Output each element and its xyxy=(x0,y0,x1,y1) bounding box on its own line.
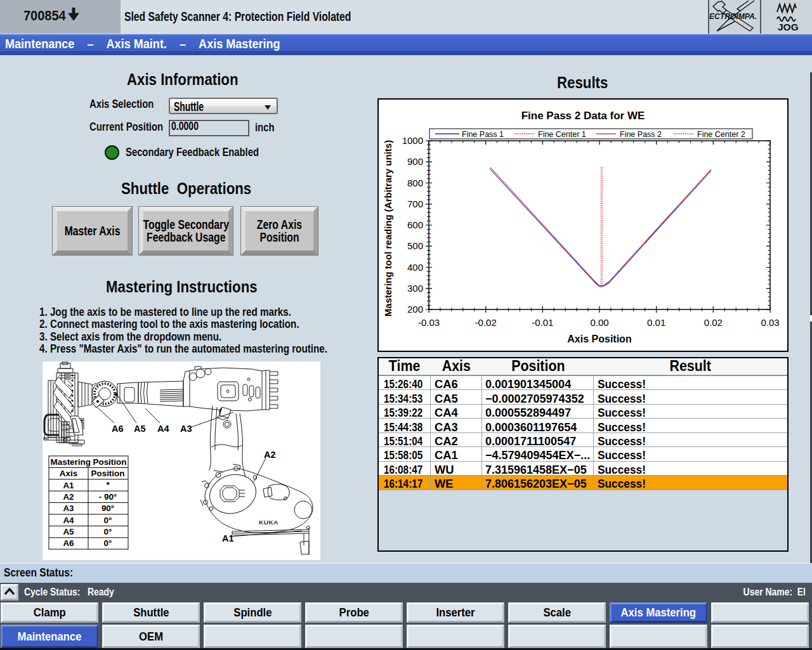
svg-text:-0.03: -0.03 xyxy=(418,317,440,328)
svg-text:Axis: Axis xyxy=(60,469,77,478)
svg-text:A4: A4 xyxy=(157,424,169,434)
svg-text:Position: Position xyxy=(91,469,125,478)
svg-text:Fine Pass 1: Fine Pass 1 xyxy=(462,130,504,139)
svg-text:*: * xyxy=(106,480,110,490)
svg-text:0.03: 0.03 xyxy=(761,317,779,328)
svg-text:A4: A4 xyxy=(63,516,74,525)
svg-text:700: 700 xyxy=(407,198,423,209)
svg-text:Mastering Position: Mastering Position xyxy=(51,457,127,467)
svg-text:0°: 0° xyxy=(104,516,112,525)
svg-text:Mastering tool reading (Arbitr: Mastering tool reading (Arbitrary units) xyxy=(383,140,393,316)
svg-text:-0.01: -0.01 xyxy=(532,317,553,328)
svg-text:Fine Pass 2 Data for WE: Fine Pass 2 Data for WE xyxy=(521,110,645,122)
svg-text:90°: 90° xyxy=(102,504,114,513)
svg-text:200: 200 xyxy=(407,304,423,315)
svg-text:0.00: 0.00 xyxy=(590,317,608,328)
svg-text:Fine Center 1: Fine Center 1 xyxy=(538,130,586,139)
svg-text:A3: A3 xyxy=(180,424,192,434)
svg-text:1000: 1000 xyxy=(402,135,423,146)
svg-text:300: 300 xyxy=(407,283,423,294)
svg-text:A1: A1 xyxy=(222,533,234,543)
svg-text:A2: A2 xyxy=(63,492,74,502)
svg-text:600: 600 xyxy=(407,219,423,230)
svg-text:A5: A5 xyxy=(134,424,146,434)
svg-text:A2: A2 xyxy=(264,450,276,460)
svg-text:A6: A6 xyxy=(63,538,74,548)
svg-text:Fine Center 2: Fine Center 2 xyxy=(697,130,745,139)
svg-text:A5: A5 xyxy=(63,527,74,536)
svg-text:Axis Position: Axis Position xyxy=(567,334,631,344)
svg-text:A1: A1 xyxy=(63,481,74,490)
svg-text:JOG: JOG xyxy=(778,22,799,32)
svg-text:0°: 0° xyxy=(104,527,112,536)
svg-text:A6: A6 xyxy=(112,424,124,434)
svg-text:Fine Pass 2: Fine Pass 2 xyxy=(620,130,662,139)
svg-text:800: 800 xyxy=(407,178,423,188)
svg-text:-0.02: -0.02 xyxy=(475,317,497,328)
svg-text:- 90°: - 90° xyxy=(99,492,117,502)
svg-text:KUKA: KUKA xyxy=(259,519,278,525)
svg-text:ECTROIMPA.: ECTROIMPA. xyxy=(709,12,757,21)
svg-text:900: 900 xyxy=(407,156,423,167)
svg-text:500: 500 xyxy=(407,240,423,251)
svg-text:0.01: 0.01 xyxy=(647,317,665,328)
svg-text:400: 400 xyxy=(407,262,423,273)
svg-text:A3: A3 xyxy=(63,504,74,513)
svg-text:0.02: 0.02 xyxy=(704,317,723,328)
svg-text:0°: 0° xyxy=(104,538,112,548)
